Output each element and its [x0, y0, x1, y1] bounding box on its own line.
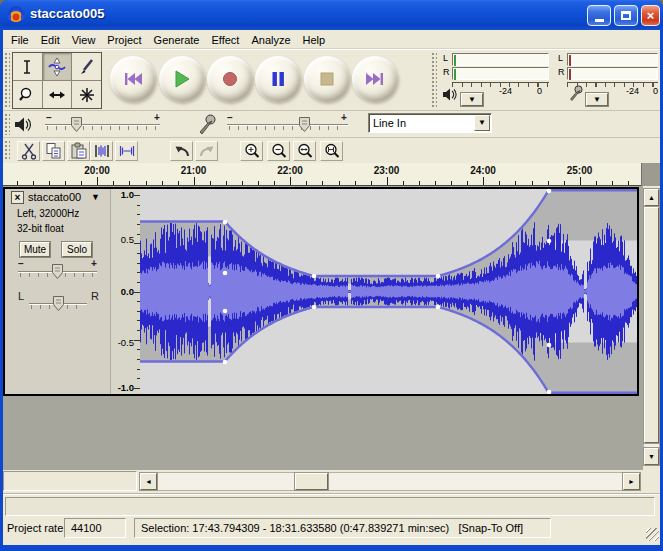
- menu-item-view[interactable]: View: [66, 33, 102, 47]
- trim-button[interactable]: [90, 141, 113, 161]
- fit-project-button[interactable]: [320, 141, 343, 161]
- edit-toolbar: [3, 137, 660, 164]
- resize-grip[interactable]: [646, 528, 659, 541]
- close-button[interactable]: ×: [641, 5, 660, 26]
- ruler-tick: [580, 177, 581, 185]
- maximize-button[interactable]: [614, 5, 638, 26]
- play-button[interactable]: [159, 56, 205, 102]
- zoom-out-button[interactable]: [267, 141, 290, 161]
- cut-button[interactable]: [17, 141, 40, 161]
- selection-tool-button[interactable]: [13, 53, 42, 80]
- pause-button[interactable]: [255, 56, 301, 102]
- input-meter-dropdown[interactable]: ▼: [586, 93, 608, 106]
- paste-button[interactable]: [67, 141, 90, 161]
- vertical-ruler[interactable]: 1.00.50.0-0.5-1.0: [110, 189, 140, 394]
- stop-button[interactable]: [304, 56, 350, 102]
- menu-item-edit[interactable]: Edit: [35, 33, 66, 47]
- input-scale-minus24: -24: [626, 86, 639, 96]
- tools-toolbar: [12, 52, 102, 109]
- mute-button[interactable]: Mute: [20, 242, 50, 257]
- scroll-left-button[interactable]: ◄: [140, 473, 157, 490]
- ruler-tick: [532, 181, 533, 185]
- ruler-tick: [290, 177, 291, 185]
- time-label: 20:00: [77, 165, 117, 176]
- input-volume-slider[interactable]: [227, 114, 348, 136]
- minimize-button[interactable]: [587, 5, 611, 26]
- input-source-select[interactable]: Line In ▼: [368, 113, 492, 133]
- arrow-up-icon: ▲: [648, 194, 655, 201]
- title-bar[interactable]: staccato005 ×: [0, 0, 663, 30]
- project-rate-value[interactable]: 44100: [64, 518, 126, 538]
- menu-item-effect[interactable]: Effect: [205, 33, 245, 47]
- ruler-tick: [467, 181, 468, 185]
- time-ruler[interactable]: 20:0021:0022:0023:0024:0025:00: [3, 163, 641, 186]
- slider-thumb[interactable]: [299, 117, 310, 132]
- solo-label: Solo: [67, 244, 87, 255]
- magnifier-icon: [17, 85, 37, 105]
- menu-item-help[interactable]: Help: [297, 33, 332, 47]
- record-button[interactable]: [207, 56, 253, 102]
- time-label: 24:00: [463, 165, 503, 176]
- menu-item-project[interactable]: Project: [101, 33, 147, 47]
- zoom-tool-button[interactable]: [13, 81, 42, 108]
- ruler-tick: [17, 181, 18, 185]
- client-area: FileEditViewProjectGenerateEffectAnalyze…: [3, 30, 660, 545]
- undo-button[interactable]: [170, 141, 193, 161]
- time-label: 22:00: [270, 165, 310, 176]
- fit-project-icon: [323, 142, 341, 160]
- redo-button[interactable]: [195, 141, 218, 161]
- scroll-up-button[interactable]: ▲: [644, 189, 659, 206]
- waveform-canvas[interactable]: [140, 189, 637, 394]
- vertical-scrollbar[interactable]: ▲ ▼: [643, 188, 660, 466]
- multitool-star-icon: [77, 85, 97, 105]
- pan-slider[interactable]: [29, 293, 87, 315]
- scroll-right-button[interactable]: ►: [623, 473, 640, 490]
- copy-button[interactable]: [42, 141, 65, 161]
- vruler-label: 0.5: [121, 234, 134, 245]
- toolbar-gripper[interactable]: [4, 52, 10, 107]
- zoom-in-button[interactable]: [240, 141, 263, 161]
- draw-tool-button[interactable]: [72, 53, 101, 80]
- gain-slider[interactable]: [18, 261, 97, 283]
- skip-to-start-icon: [123, 71, 143, 87]
- arrow-right-icon: ►: [628, 478, 635, 485]
- track-title[interactable]: staccato00: [28, 191, 81, 203]
- output-meter-dropdown[interactable]: ▼: [461, 93, 483, 106]
- input-meter[interactable]: L R -24 0 ▼: [556, 51, 660, 109]
- menu-item-file[interactable]: File: [5, 33, 35, 47]
- output-meter-left-label: L: [443, 53, 448, 63]
- track-close-button[interactable]: ×: [11, 191, 24, 204]
- mute-label: Mute: [24, 244, 46, 255]
- copy-icon: [45, 142, 63, 160]
- meter-toolbar-gripper[interactable]: [431, 52, 437, 107]
- statusbar-separator: [3, 493, 660, 495]
- ruler-tick: [451, 181, 452, 185]
- fit-selection-button[interactable]: [293, 141, 316, 161]
- slider-thumb[interactable]: [53, 296, 64, 311]
- combo-dropdown-button[interactable]: ▼: [474, 115, 490, 131]
- output-volume-slider[interactable]: [45, 114, 160, 136]
- slider-thumb[interactable]: [71, 117, 82, 132]
- menu-item-generate[interactable]: Generate: [148, 33, 206, 47]
- output-meter[interactable]: L R -24 0 ▼: [441, 51, 553, 109]
- ruler-tick: [515, 181, 516, 185]
- skip-to-start-button[interactable]: [110, 56, 156, 102]
- edit-gripper[interactable]: [4, 140, 10, 161]
- skip-to-end-button[interactable]: [352, 56, 398, 102]
- mixer-gripper[interactable]: [4, 113, 10, 135]
- horizontal-scroll-thumb[interactable]: [295, 473, 328, 490]
- window-title: staccato005: [30, 6, 104, 21]
- vertical-scroll-thumb[interactable]: [644, 207, 659, 443]
- solo-button[interactable]: Solo: [62, 242, 92, 257]
- slider-thumb[interactable]: [52, 264, 63, 279]
- envelope-tool-button[interactable]: [43, 53, 72, 80]
- menu-item-analyze[interactable]: Analyze: [245, 33, 296, 47]
- silence-button[interactable]: [115, 141, 138, 161]
- scroll-down-button[interactable]: ▼: [644, 448, 659, 465]
- output-meter-right-label: R: [443, 67, 450, 77]
- track-menu-arrow-icon[interactable]: ▼: [91, 192, 100, 202]
- horizontal-scrollbar[interactable]: ◄ ►: [139, 472, 641, 491]
- multi-tool-button[interactable]: [72, 81, 101, 108]
- timeshift-tool-button[interactable]: [43, 81, 72, 108]
- ruler-tick: [355, 181, 356, 185]
